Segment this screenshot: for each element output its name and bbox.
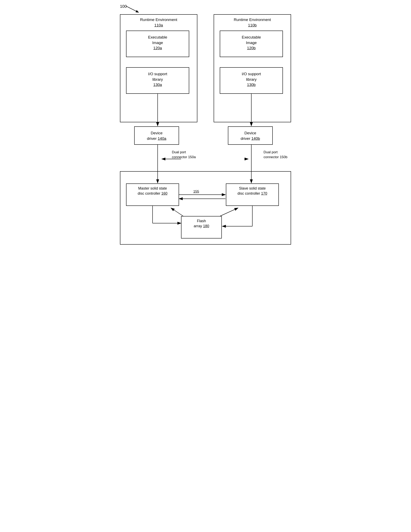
device-driver-b: Device driver 140b bbox=[228, 126, 273, 145]
link-155-label: 155 bbox=[193, 189, 199, 194]
io-a-label: I/O support library 130a bbox=[127, 68, 189, 88]
diagram-container: 100 Runtime Environment 110a Runtime Env… bbox=[114, 4, 297, 249]
io-b-label: I/O support library 130b bbox=[220, 68, 283, 88]
io-library-b: I/O support library 130b bbox=[220, 67, 283, 94]
driver-a-label: Device driver 140a bbox=[135, 127, 179, 141]
exec-a-label: Executable Image 120a bbox=[127, 31, 189, 51]
io-library-a: I/O support library 130a bbox=[126, 67, 189, 94]
svg-line-0 bbox=[126, 6, 138, 12]
figure-arrow bbox=[125, 5, 141, 13]
dual-port-a-label: Dual portconnector 150a bbox=[172, 150, 196, 160]
driver-b-label: Device driver 140b bbox=[228, 127, 272, 141]
master-controller-box: Master solid state disc controller 160 bbox=[126, 183, 179, 206]
master-label: Master solid state disc controller 160 bbox=[127, 184, 179, 196]
device-driver-a: Device driver 140a bbox=[134, 126, 179, 145]
runtime-a-label: Runtime Environment 110a bbox=[120, 15, 197, 28]
flash-label: Flash array 180 bbox=[182, 217, 221, 229]
slave-label: Slave solid state disc controller 170 bbox=[226, 184, 278, 196]
slave-controller-box: Slave solid state disc controller 170 bbox=[226, 183, 279, 206]
dual-port-b-label: Dual portconnector 150b bbox=[264, 150, 287, 160]
flash-array-box: Flash array 180 bbox=[181, 216, 222, 238]
exec-image-b: Executable Image 120b bbox=[220, 31, 283, 57]
exec-b-label: Executable Image 120b bbox=[220, 31, 283, 51]
exec-image-a: Executable Image 120a bbox=[126, 31, 189, 57]
runtime-b-label: Runtime Environment 110b bbox=[214, 15, 291, 28]
